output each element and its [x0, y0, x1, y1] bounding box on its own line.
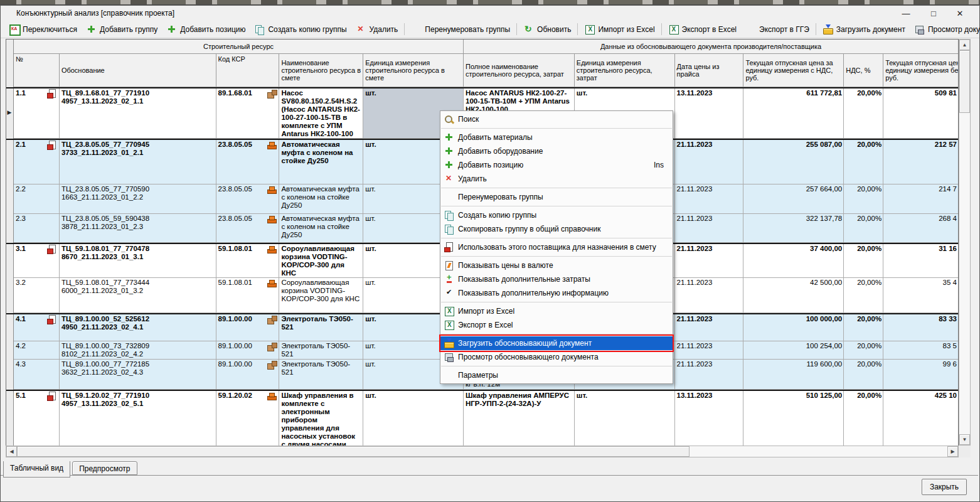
ksr-code-cell[interactable]: 89.1.68.01 [216, 88, 280, 139]
toolbar-button[interactable]: Добавить позицию [162, 23, 250, 36]
price-date-cell[interactable]: 21.11.2023 [675, 140, 744, 184]
vat-cell[interactable]: 20,00% [844, 391, 883, 446]
vat-cell[interactable]: 20,00% [844, 314, 883, 341]
row-number-cell[interactable]: 1.1 [14, 88, 60, 139]
price-without-vat-cell[interactable]: 509 81 [883, 88, 958, 139]
justification-cell[interactable]: ТЦ_89.1.68.01_77_771910 4957_13.11.2023_… [60, 88, 216, 139]
column-header-justification[interactable]: Обоснование [60, 54, 216, 87]
price-with-vat-cell[interactable]: 257 664,00 [743, 184, 844, 214]
justification-cell[interactable]: ТЦ_59.1.20.02_77_771910 4957_13.11.2023_… [60, 391, 216, 446]
horizontal-scrollbar[interactable]: ◀ ▶ [6, 446, 959, 457]
close-window-button[interactable]: ✕ [949, 7, 971, 19]
vat-cell[interactable]: 20,00% [844, 140, 883, 184]
row-number-cell[interactable]: 2.3 [14, 214, 60, 243]
resource-name-cell[interactable]: Сороулавливающая корзина VODTING-KOP/COP… [279, 244, 363, 278]
menu-item[interactable]: Добавить позицию Ins [440, 158, 673, 172]
price-with-vat-cell[interactable]: 611 772,81 [743, 88, 844, 139]
resource-name-cell[interactable]: Сороулавливающая корзина VODTING-KOP/COP… [279, 278, 363, 313]
menu-item[interactable]: Добавить материалы [440, 131, 673, 144]
justification-cell[interactable]: ТЦ_23.8.05.05_77_770945 3733_21.11.2023_… [60, 140, 216, 184]
column-header-name[interactable]: Наименование строительного ресурса в сме… [279, 54, 363, 87]
scroll-left-button[interactable]: ◀ [6, 446, 17, 457]
scroll-right-button[interactable]: ▶ [947, 446, 958, 457]
vat-cell[interactable]: 20,00% [844, 278, 883, 313]
ksr-code-cell[interactable]: 89.1.00.00 [216, 360, 280, 390]
resource-name-cell[interactable]: Автоматическая муфта с коленом на стойке… [279, 214, 363, 243]
price-without-vat-cell[interactable]: 83 5 [883, 341, 958, 360]
unit-costs-cell[interactable]: шт. [575, 391, 675, 446]
toolbar-button[interactable]: Экспорт в ГГЭ [741, 23, 814, 36]
price-with-vat-cell[interactable]: 255 087,00 [743, 140, 844, 184]
ksr-code-cell[interactable]: 23.8.05.05 [216, 184, 280, 214]
column-header-unit-estimate[interactable]: Единица измерения строительного ресурса … [363, 54, 464, 87]
price-date-cell[interactable]: 13.11.2023 [675, 88, 744, 139]
vertical-scrollbar[interactable]: ▲ ▼ [959, 39, 971, 446]
price-with-vat-cell[interactable]: 42 500,00 [743, 278, 844, 313]
vat-cell[interactable]: 20,00% [844, 184, 883, 214]
row-number-cell[interactable]: 4.1 [14, 314, 60, 341]
menu-item[interactable]: Добавить оборудование [440, 144, 673, 158]
row-number-cell[interactable]: 2.1 [14, 140, 60, 184]
toolbar-button[interactable]: Обновить [519, 23, 575, 36]
column-header-full-name[interactable]: Полное наименование строительного ресурс… [464, 54, 575, 87]
justification-cell[interactable]: ТЦ_59.1.08.01_77_770478 8670_21.11.2023_… [60, 244, 216, 278]
price-date-cell[interactable]: 21.11.2023 [675, 314, 744, 341]
resource-name-cell[interactable]: Электроталь ТЭ050-521 [279, 341, 363, 360]
price-date-cell[interactable]: 21.11.2023 [675, 214, 744, 243]
row-number-cell[interactable]: 3.1 [14, 244, 60, 278]
vat-cell[interactable]: 20,00% [844, 244, 883, 278]
price-without-vat-cell[interactable]: 31 16 [883, 244, 958, 278]
price-without-vat-cell[interactable]: 35 4 [883, 278, 958, 313]
menu-item[interactable]: Поиск [440, 112, 673, 126]
toolbar-button[interactable]: Создать копию группы [250, 23, 351, 36]
vertical-scroll-thumb[interactable] [959, 50, 970, 113]
resource-name-cell[interactable]: Электроталь ТЭ050-521 [279, 360, 363, 390]
price-without-vat-cell[interactable]: 83 33 [883, 314, 958, 341]
scroll-down-button[interactable]: ▼ [959, 434, 970, 445]
table-row[interactable]: 5.1 ТЦ_59.1.20.02_77_771910 4957_13.11.2… [6, 390, 958, 446]
menu-item[interactable]: Загрузить обосновывающий документ [440, 336, 673, 350]
row-number-cell[interactable]: 4.2 [14, 341, 60, 360]
menu-item[interactable]: Удалить [440, 172, 673, 186]
column-header-price-date[interactable]: Дата цены из прайса [675, 54, 744, 87]
ksr-code-cell[interactable]: 23.8.05.05 [216, 214, 280, 243]
justification-cell[interactable]: ТЦ_59.1.08.01_77_773444 6000_21.11.2023_… [60, 278, 216, 313]
minimize-button[interactable]: — [895, 7, 917, 19]
column-header-num[interactable]: № [14, 54, 60, 87]
menu-item[interactable]: Показывать дополнительную информацию [440, 286, 673, 300]
toolbar-button[interactable]: Загрузить документ [818, 23, 910, 36]
justification-cell[interactable]: ТЦ_23.8.05.05_77_770590 1663_21.11.2023_… [60, 184, 216, 214]
vat-cell[interactable]: 20,00% [844, 88, 883, 139]
resource-name-cell[interactable]: Электроталь ТЭ050-521 [279, 314, 363, 341]
menu-item[interactable]: Использовать этого поставщика для назнач… [440, 240, 673, 254]
toolbar-button[interactable]: Импорт из Excel [580, 23, 659, 36]
full-name-cell[interactable]: Шкаф управления АМПЕРУС НГР-УПП-2-(24-32… [464, 391, 575, 446]
price-with-vat-cell[interactable]: 510 125,00 [743, 391, 844, 446]
ksr-code-cell[interactable]: 59.1.08.01 [216, 244, 280, 278]
ksr-code-cell[interactable]: 23.8.05.05 [216, 140, 280, 184]
price-date-cell[interactable]: 21.11.2023 [675, 244, 744, 278]
menu-item[interactable]: Показывать дополнительные затраты [440, 272, 673, 286]
toolbar-button[interactable]: Удалить [351, 23, 403, 36]
justification-cell[interactable]: ТЦ_89.1.00.00_52_525612 4950_21.11.2023_… [60, 314, 216, 341]
tab-table-view[interactable]: Табличный вид [3, 461, 70, 478]
justification-cell[interactable]: ТЦ_89.1.00.00_77_772185 3632_21.11.2023_… [60, 360, 216, 390]
vat-cell[interactable]: 20,00% [844, 360, 883, 390]
ksr-code-cell[interactable]: 89.1.00.00 [216, 314, 280, 341]
price-with-vat-cell[interactable]: 322 137,78 [743, 214, 844, 243]
menu-item[interactable]: Перенумеровать группы [440, 190, 673, 204]
column-header-price-without-vat[interactable]: Текущая отпускная цена за единицу измере… [883, 54, 958, 87]
resource-name-cell[interactable]: Автоматическая муфта с коленом на стойке… [279, 140, 363, 184]
justification-cell[interactable]: ТЦ_23.8.05.05_59_590438 3878_21.11.2023_… [60, 214, 216, 243]
row-number-cell[interactable]: 4.3 [14, 360, 60, 390]
price-without-vat-cell[interactable]: 214 7 [883, 184, 958, 214]
ksr-code-cell[interactable]: 89.1.00.00 [216, 341, 280, 360]
column-header-ksr-code[interactable]: Код КСР [216, 54, 280, 87]
menu-item[interactable]: Показывать цены в валюте [440, 259, 673, 272]
vat-cell[interactable]: 20,00% [844, 214, 883, 243]
menu-item[interactable]: Создать копию группы [440, 208, 673, 222]
price-date-cell[interactable]: 21.11.2023 [675, 341, 744, 360]
menu-item[interactable]: Экспорт в Excel [440, 318, 673, 332]
price-with-vat-cell[interactable]: 37 400,00 [743, 244, 844, 278]
column-header-vat[interactable]: НДС, % [844, 54, 883, 87]
